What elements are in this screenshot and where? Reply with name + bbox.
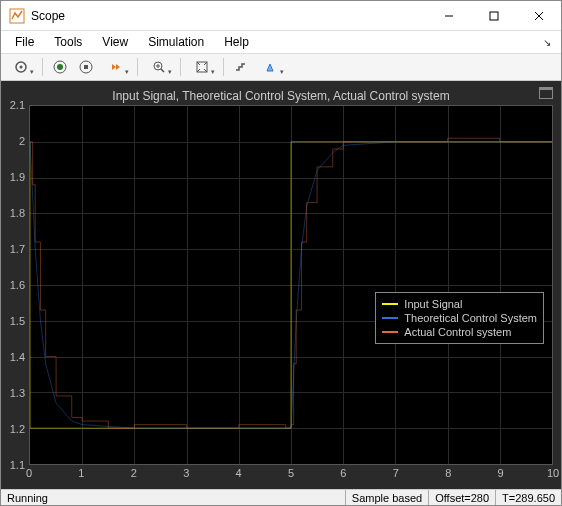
legend-swatch: [382, 303, 398, 305]
legend-item: Actual Control system: [382, 325, 537, 339]
status-running: Running: [1, 490, 345, 506]
title-bar: Scope: [1, 1, 561, 31]
axes-container: Input Signal Theoretical Control System …: [29, 105, 553, 465]
plot-title: Input Signal, Theoretical Control System…: [5, 85, 557, 105]
svg-rect-10: [84, 65, 88, 69]
maximize-button[interactable]: [471, 1, 516, 30]
status-bar: Running Sample based Offset=280 T=289.65…: [1, 489, 561, 506]
menu-file[interactable]: File: [5, 33, 44, 51]
stop-button[interactable]: [74, 56, 98, 78]
axes-maximize-icon[interactable]: [539, 87, 553, 99]
minimize-button[interactable]: [426, 1, 471, 30]
menu-simulation[interactable]: Simulation: [138, 33, 214, 51]
menu-overflow-icon[interactable]: ↘: [537, 37, 557, 48]
legend-swatch: [382, 317, 398, 319]
svg-point-6: [20, 66, 23, 69]
status-offset: Offset=280: [428, 490, 495, 506]
close-button[interactable]: [516, 1, 561, 30]
step-forward-button[interactable]: [100, 56, 132, 78]
legend-label: Theoretical Control System: [404, 312, 537, 324]
menu-tools[interactable]: Tools: [44, 33, 92, 51]
legend-item: Theoretical Control System: [382, 311, 537, 325]
menu-view[interactable]: View: [92, 33, 138, 51]
run-button[interactable]: [48, 56, 72, 78]
legend[interactable]: Input Signal Theoretical Control System …: [375, 292, 544, 344]
axes[interactable]: Input Signal Theoretical Control System …: [29, 105, 553, 465]
settings-button[interactable]: [5, 56, 37, 78]
menu-bar: File Tools View Simulation Help ↘: [1, 31, 561, 53]
autoscale-button[interactable]: [186, 56, 218, 78]
y-tick-labels: 1.1 1.2 1.3 1.4 1.5 1.6 1.7 1.8 1.9 2 2.…: [5, 105, 27, 465]
window-controls: [426, 1, 561, 30]
svg-rect-2: [490, 12, 498, 20]
toolbar: [1, 53, 561, 81]
legend-label: Actual Control system: [404, 326, 511, 338]
status-mode: Sample based: [345, 490, 428, 506]
zoom-button[interactable]: [143, 56, 175, 78]
plot-area: Input Signal, Theoretical Control System…: [1, 81, 561, 489]
legend-item: Input Signal: [382, 297, 537, 311]
signal-lines: [30, 106, 552, 464]
svg-line-12: [161, 69, 164, 72]
svg-point-8: [57, 64, 63, 70]
menu-help[interactable]: Help: [214, 33, 259, 51]
app-icon: [9, 8, 25, 24]
legend-label: Input Signal: [404, 298, 462, 310]
status-time: T=289.650: [495, 490, 561, 506]
stairs-button[interactable]: [229, 56, 253, 78]
legend-swatch: [382, 331, 398, 333]
x-tick-labels: 0 1 2 3 4 5 6 7 8 9 10: [29, 467, 553, 483]
window-title: Scope: [31, 9, 426, 23]
highlight-button[interactable]: [255, 56, 287, 78]
